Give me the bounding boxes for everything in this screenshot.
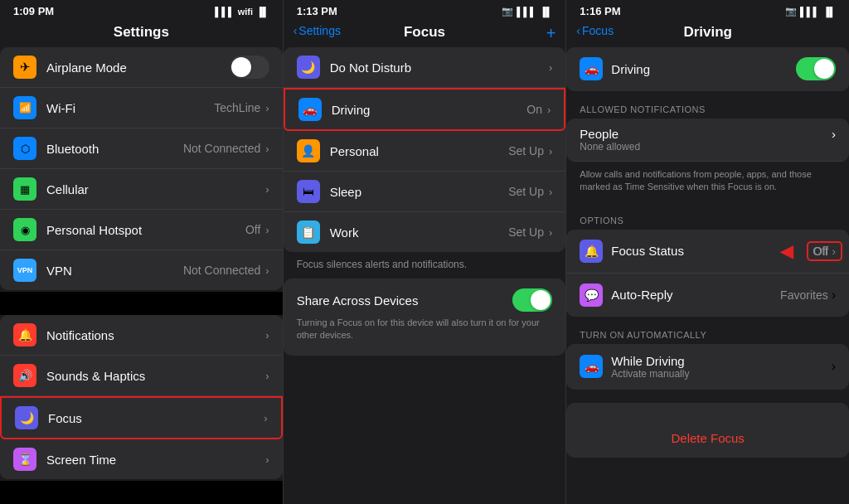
battery-icon-2: ▐▌ — [540, 7, 553, 17]
driving-title: Driving — [580, 24, 836, 41]
while-driving-row[interactable]: 🚗 While Driving Activate manually › — [566, 344, 849, 390]
focus-note: Focus silences alerts and notifications. — [284, 254, 566, 279]
chevron-icon: › — [265, 183, 269, 196]
allow-note: Allow calls and notifications from peopl… — [566, 163, 849, 204]
toggle-knob — [231, 57, 251, 77]
settings-item-sounds[interactable]: 🔊 Sounds & Haptics › — [0, 356, 283, 396]
wifi-icon: wifi — [238, 7, 253, 17]
settings-item-cellular[interactable]: ▦ Cellular › — [0, 169, 283, 210]
options-header: OPTIONS — [566, 204, 849, 230]
panel-driving: 1:16 PM 📷 ▌▌▌ ▐▌ ‹ Focus Driving 🚗 Drivi… — [566, 0, 849, 504]
chevron-icon: › — [265, 143, 269, 155]
turn-on-automatically-header: TURN ON AUTOMATICALLY — [566, 318, 849, 344]
vpn-icon: VPN — [13, 259, 36, 282]
focus-item-work[interactable]: 📋 Work Set Up › — [284, 212, 566, 252]
time-3: 1:16 PM — [580, 5, 620, 17]
chevron-icon: › — [265, 370, 269, 382]
settings-item-wifi[interactable]: 📶 Wi-Fi TechLine › — [0, 88, 283, 128]
chevron-back-icon: ‹ — [294, 24, 298, 37]
section-gap-2 — [0, 481, 283, 504]
sounds-icon: 🔊 — [13, 364, 36, 387]
share-across-devices: Share Across Devices Turning a Focus on … — [284, 279, 566, 356]
cellular-icon: ▦ — [13, 177, 36, 201]
share-toggle[interactable] — [512, 288, 552, 312]
focus-item-wrapper: 🌙 Focus › ◀ — [0, 396, 283, 439]
status-icons-1: ▌▌▌ wifi ▐▌ — [215, 7, 269, 17]
work-icon: 📋 — [297, 220, 320, 244]
battery-icon-3: ▐▌ — [822, 7, 836, 17]
sleep-icon: 🛏 — [297, 180, 320, 203]
while-driving-icon: 🚗 — [580, 355, 603, 378]
chevron-icon: › — [265, 224, 269, 236]
focus-item-dnd[interactable]: 🌙 Do Not Disturb › — [284, 47, 566, 88]
chevron-icon: › — [547, 104, 551, 116]
bluetooth-icon: ⬡ — [13, 137, 36, 160]
focus-item-personal[interactable]: 👤 Personal Set Up › — [284, 131, 566, 172]
signal-icon-2: ▌▌▌ — [517, 7, 536, 17]
allowed-notifications-header: ALLOWED NOTIFICATIONS — [566, 93, 849, 119]
back-button[interactable]: ‹ Settings — [294, 24, 341, 37]
driving-list: 🚗 Driving ALLOWED NOTIFICATIONS People ›… — [566, 47, 849, 504]
settings-list: ✈ Airplane Mode 📶 Wi-Fi TechLine › ⬡ — [0, 47, 283, 504]
chevron-icon: › — [265, 329, 269, 342]
driving-toggle-row: 🚗 Driving — [566, 47, 849, 90]
chevron-icon: › — [832, 244, 836, 259]
status-bar-3: 1:16 PM 📷 ▌▌▌ ▐▌ — [566, 0, 849, 21]
camera-icon: 📷 — [502, 6, 513, 17]
chevron-icon: › — [549, 226, 552, 239]
status-bar-1: 1:09 PM ▌▌▌ wifi ▐▌ — [0, 0, 283, 21]
chevron-icon: › — [549, 186, 552, 198]
share-note: Turning a Focus on for this device will … — [297, 317, 553, 346]
chevron-icon: › — [265, 453, 269, 466]
airplane-icon: ✈ — [13, 56, 36, 79]
driving-icon: 🚗 — [298, 98, 322, 121]
settings-item-vpn[interactable]: VPN VPN Not Connected › — [0, 250, 283, 290]
chevron-icon: › — [832, 288, 836, 303]
focus-status-row[interactable]: 🔔 Focus Status Off › — [566, 230, 849, 274]
personal-icon: 👤 — [297, 139, 320, 162]
focus-status-icon: 🔔 — [580, 240, 603, 263]
settings-title: Settings — [13, 24, 269, 41]
settings-item-screentime[interactable]: ⌛ Screen Time › — [0, 439, 283, 479]
status-icons-2: 📷 ▌▌▌ ▐▌ — [502, 6, 552, 17]
settings-item-hotspot[interactable]: ◉ Personal Hotspot Off › — [0, 210, 283, 250]
chevron-icon: › — [832, 127, 836, 141]
focus-item-sleep[interactable]: 🛏 Sleep Set Up › — [284, 172, 566, 212]
driving-toggle[interactable] — [796, 57, 836, 80]
camera-icon-3: 📷 — [785, 6, 797, 17]
focus-back-button[interactable]: ‹ Focus — [576, 24, 614, 37]
status-icons-3: 📷 ▌▌▌ ▐▌ — [785, 6, 836, 17]
section-gap — [0, 292, 283, 315]
focus-list: 🌙 Do Not Disturb › 🚗 Driving On › ◀ — [284, 47, 566, 504]
battery-icon: ▐▌ — [256, 7, 269, 17]
chevron-icon: › — [264, 412, 267, 424]
people-row[interactable]: People › None allowed — [566, 119, 849, 162]
driving-car-icon: 🚗 — [580, 57, 603, 80]
settings-item-notifications[interactable]: 🔔 Notifications › — [0, 315, 283, 356]
chevron-icon: › — [265, 102, 269, 114]
signal-icon: ▌▌▌ — [215, 7, 234, 17]
add-focus-button[interactable]: + — [546, 24, 556, 43]
chevron-icon: › — [265, 264, 269, 277]
notifications-icon: 🔔 — [13, 323, 36, 346]
chevron-icon: › — [549, 61, 552, 74]
settings-item-focus[interactable]: 🌙 Focus › — [0, 396, 283, 439]
status-bar-2: 1:13 PM 📷 ▌▌▌ ▐▌ — [284, 0, 566, 21]
panel-settings: 1:09 PM ▌▌▌ wifi ▐▌ Settings ✈ Airplane … — [0, 0, 284, 504]
focus-item-driving[interactable]: 🚗 Driving On › — [284, 88, 566, 131]
wifi-settings-icon: 📶 — [13, 96, 36, 119]
chevron-back-icon-2: ‹ — [576, 24, 580, 37]
toggle-knob — [531, 290, 551, 310]
delete-focus-button[interactable]: Delete Focus — [566, 419, 849, 458]
dnd-icon: 🌙 — [297, 56, 320, 79]
settings-header: Settings — [0, 21, 283, 47]
focus-icon: 🌙 — [15, 406, 38, 429]
settings-item-bluetooth[interactable]: ⬡ Bluetooth Not Connected › — [0, 128, 283, 169]
settings-item-airplane[interactable]: ✈ Airplane Mode — [0, 47, 283, 88]
panel-focus: 1:13 PM 📷 ▌▌▌ ▐▌ ‹ Settings Focus + 🌙 Do… — [284, 0, 567, 504]
airplane-toggle[interactable] — [230, 56, 269, 79]
auto-reply-row[interactable]: 💬 Auto-Reply Favorites › — [566, 274, 849, 317]
chevron-icon: › — [549, 145, 552, 158]
auto-reply-icon: 💬 — [580, 284, 603, 307]
driving-nav-header: ‹ Focus Driving — [566, 21, 849, 47]
